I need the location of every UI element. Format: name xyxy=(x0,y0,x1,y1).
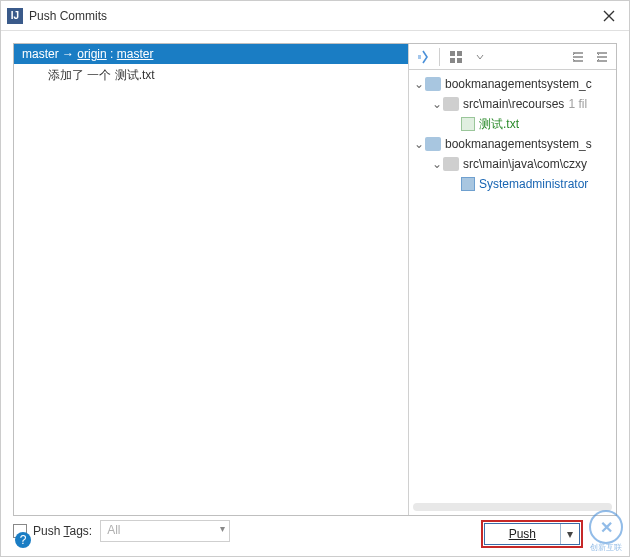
main-panel: master → origin : master 添加了 一个 测试.txt ⌄… xyxy=(13,43,617,516)
tags-mode-select[interactable]: All xyxy=(100,520,230,542)
branch-row[interactable]: master → origin : master xyxy=(14,44,408,64)
window-title: Push Commits xyxy=(29,9,589,23)
folder-label: src\main\java\com\czxy xyxy=(463,157,587,171)
module-label: bookmanagementsystem_s xyxy=(445,137,592,151)
remote-name-link[interactable]: origin xyxy=(77,47,106,61)
module-icon xyxy=(425,77,441,91)
tree-module[interactable]: ⌄ bookmanagementsystem_c xyxy=(409,74,616,94)
files-panel: ⌄ bookmanagementsystem_c ⌄ src\main\reco… xyxy=(409,44,616,515)
horizontal-scrollbar[interactable] xyxy=(413,503,612,511)
class-file-icon xyxy=(461,177,475,191)
arrow-icon: → xyxy=(59,47,78,61)
commits-panel: master → origin : master 添加了 一个 测试.txt xyxy=(14,44,409,515)
group-icon xyxy=(449,50,463,64)
tree-file[interactable]: 测试.txt xyxy=(409,114,616,134)
text-file-icon xyxy=(461,117,475,131)
tags-mode-value: All xyxy=(107,523,120,537)
title-bar: IJ Push Commits xyxy=(1,1,629,31)
push-button-highlight: Push ▾ xyxy=(481,520,583,548)
collapse-tool[interactable] xyxy=(592,47,612,67)
commit-item[interactable]: 添加了 一个 测试.txt xyxy=(14,64,408,87)
chevron-down-icon: ⌄ xyxy=(431,157,443,171)
file-label: 测试.txt xyxy=(479,116,519,133)
push-label: Push xyxy=(509,527,536,541)
svg-rect-1 xyxy=(457,51,462,56)
diff-tool[interactable] xyxy=(413,47,433,67)
push-button[interactable]: Push xyxy=(485,524,561,544)
close-button[interactable] xyxy=(589,1,629,31)
watermark: ✕ 创新互联 xyxy=(589,510,623,552)
help-icon: ? xyxy=(20,533,27,547)
expand-icon xyxy=(571,50,585,64)
diff-icon xyxy=(416,50,430,64)
group-tool[interactable] xyxy=(446,47,466,67)
colon: : xyxy=(107,47,117,61)
svg-rect-3 xyxy=(457,58,462,63)
tree-folder[interactable]: ⌄ src\main\java\com\czxy xyxy=(409,154,616,174)
watermark-icon: ✕ xyxy=(589,510,623,544)
folder-icon xyxy=(443,97,459,111)
svg-rect-0 xyxy=(450,51,455,56)
folder-label: src\main\recourses xyxy=(463,97,564,111)
chevron-down-icon xyxy=(476,53,484,61)
files-toolbar xyxy=(409,44,616,70)
expand-tool[interactable] xyxy=(568,47,588,67)
close-icon xyxy=(603,10,615,22)
group-dropdown[interactable] xyxy=(470,47,490,67)
folder-icon xyxy=(443,157,459,171)
push-tags-label[interactable]: Push Tags: xyxy=(33,524,92,538)
tree-module[interactable]: ⌄ bookmanagementsystem_s xyxy=(409,134,616,154)
local-branch: master xyxy=(22,47,59,61)
remote-branch-link[interactable]: master xyxy=(117,47,154,61)
help-button[interactable]: ? xyxy=(15,532,31,548)
file-label: Systemadministrator xyxy=(479,177,588,191)
module-icon xyxy=(425,137,441,151)
tree-file[interactable]: Systemadministrator xyxy=(409,174,616,194)
module-label: bookmanagementsystem_c xyxy=(445,77,592,91)
chevron-down-icon: ▾ xyxy=(567,527,573,541)
separator xyxy=(439,48,440,66)
file-tree[interactable]: ⌄ bookmanagementsystem_c ⌄ src\main\reco… xyxy=(409,70,616,501)
chevron-down-icon: ⌄ xyxy=(431,97,443,111)
push-split-button[interactable]: Push ▾ xyxy=(484,523,580,545)
chevron-down-icon: ⌄ xyxy=(413,77,425,91)
chevron-down-icon: ⌄ xyxy=(413,137,425,151)
tree-folder[interactable]: ⌄ src\main\recourses 1 fil xyxy=(409,94,616,114)
file-count-hint: 1 fil xyxy=(568,97,587,111)
collapse-icon xyxy=(595,50,609,64)
app-icon: IJ xyxy=(7,8,23,24)
watermark-text: 创新互联 xyxy=(589,544,623,552)
push-dropdown[interactable]: ▾ xyxy=(561,527,579,541)
svg-rect-2 xyxy=(450,58,455,63)
